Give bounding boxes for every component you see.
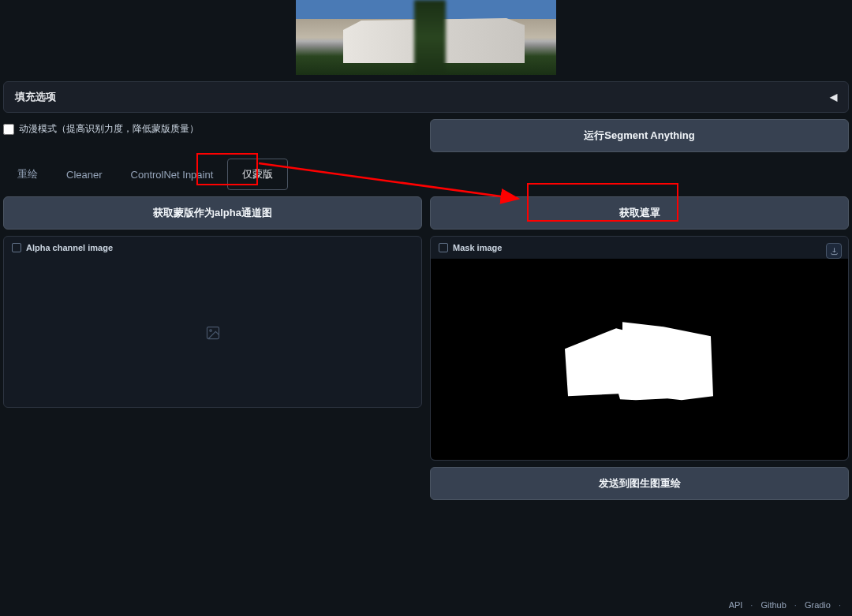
- right-content-col: 获取遮罩 Mask image 发送到图生图重绘: [430, 196, 849, 500]
- footer-separator: ·: [839, 600, 841, 610]
- alpha-panel-header: Alpha channel image: [4, 237, 421, 259]
- svg-point-1: [209, 330, 211, 332]
- anime-mode-label: 动漫模式（提高识别力度，降低蒙版质量）: [19, 122, 199, 136]
- placeholder-image-icon: [205, 325, 221, 341]
- mask-image-panel: Mask image: [430, 236, 849, 461]
- mask-panel-label: Mask image: [453, 243, 502, 252]
- download-button[interactable]: [826, 243, 842, 259]
- mask-image-body[interactable]: [431, 259, 848, 460]
- fill-options-label: 填充选项: [15, 90, 56, 104]
- footer-separator: ·: [794, 600, 797, 610]
- image-icon: [439, 243, 448, 252]
- mask-shape: [557, 319, 723, 409]
- footer-api-link[interactable]: API: [729, 600, 743, 610]
- preview-image: [296, 0, 556, 75]
- footer-github-link[interactable]: Github: [760, 600, 786, 610]
- download-icon: [830, 247, 839, 256]
- send-to-img2img-button[interactable]: 发送到图生图重绘: [430, 467, 849, 500]
- anime-mode-checkbox[interactable]: 动漫模式（提高识别力度，降低蒙版质量）: [3, 119, 422, 139]
- footer-separator: ·: [750, 600, 753, 610]
- image-icon: [12, 243, 21, 252]
- alpha-channel-panel: Alpha channel image: [3, 236, 422, 408]
- get-alpha-button[interactable]: 获取蒙版作为alpha通道图: [3, 196, 422, 230]
- mask-panel-header: Mask image: [431, 237, 848, 259]
- anime-mode-col: 动漫模式（提高识别力度，降低蒙版质量）: [3, 119, 422, 152]
- left-content-col: 获取蒙版作为alpha通道图 Alpha channel image: [3, 196, 422, 500]
- alpha-panel-label: Alpha channel image: [26, 243, 113, 252]
- footer: API · Github · Gradio ·: [718, 594, 852, 616]
- content-row: 获取蒙版作为alpha通道图 Alpha channel image 获取遮罩: [3, 196, 849, 500]
- get-mask-button[interactable]: 获取遮罩: [430, 196, 849, 230]
- anime-mode-input[interactable]: [3, 124, 14, 135]
- collapse-icon: ◀: [830, 91, 837, 103]
- tab-cleaner[interactable]: Cleaner: [52, 161, 117, 189]
- tab-mask-only[interactable]: 仅蒙版: [227, 159, 288, 190]
- tab-redraw[interactable]: 重绘: [3, 159, 52, 189]
- segment-col: 运行Segment Anything: [430, 119, 849, 152]
- run-segment-button[interactable]: 运行Segment Anything: [430, 119, 849, 152]
- tab-controlnet-inpaint[interactable]: ControlNet Inpaint: [117, 161, 228, 189]
- mode-row: 动漫模式（提高识别力度，降低蒙版质量） 运行Segment Anything: [3, 119, 849, 152]
- alpha-panel-body[interactable]: [4, 259, 421, 407]
- main-container: 填充选项 ◀ 动漫模式（提高识别力度，降低蒙版质量） 运行Segment Any…: [0, 0, 852, 500]
- fill-options-panel[interactable]: 填充选项 ◀: [3, 81, 849, 113]
- tabs: 重绘 Cleaner ControlNet Inpaint 仅蒙版: [3, 159, 849, 190]
- footer-gradio-link[interactable]: Gradio: [805, 600, 831, 610]
